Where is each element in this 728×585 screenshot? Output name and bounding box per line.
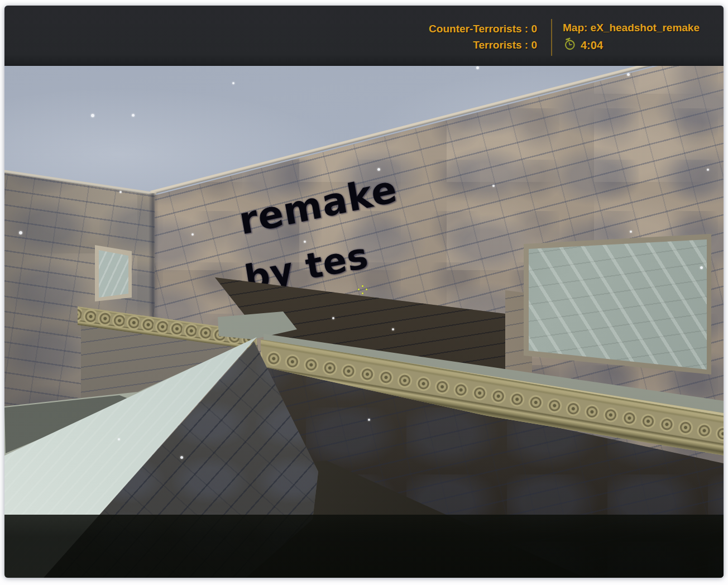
- bottom-shadow-vignette: [4, 515, 724, 578]
- round-timer: 4:04: [563, 37, 700, 54]
- hud-bar: Counter-Terrorists : 0 Terrorists : 0 Ma…: [4, 6, 724, 66]
- map-name: Map: eX_headshot_remake: [563, 21, 700, 35]
- team-scores: Counter-Terrorists : 0 Terrorists : 0: [429, 21, 537, 53]
- screenshot-frame: remake by tes: [0, 0, 728, 585]
- timer-value: 4:04: [581, 39, 603, 52]
- ct-score: Counter-Terrorists : 0: [429, 21, 537, 37]
- hud-divider: [551, 19, 552, 56]
- game-viewport: remake by tes: [4, 6, 724, 578]
- t-score: Terrorists : 0: [429, 37, 537, 53]
- stopwatch-icon: [563, 37, 577, 54]
- crosshair-dots: [4, 6, 724, 578]
- map-and-timer: Map: eX_headshot_remake: [563, 21, 700, 54]
